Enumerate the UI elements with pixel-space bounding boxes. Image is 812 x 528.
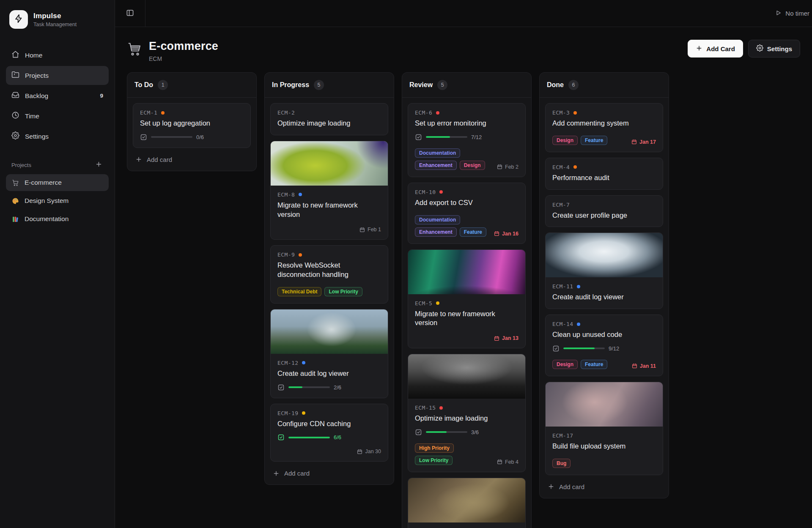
priority-dot xyxy=(577,285,580,288)
tag-low-priority: Low Priority xyxy=(415,456,453,465)
card-id: ECM-10 xyxy=(415,189,436,195)
card-id: ECM-12 xyxy=(277,360,298,366)
card-id: ECM-2 xyxy=(277,109,295,116)
card-ecm-8[interactable]: ECM-8Migrate to new framework versionFeb… xyxy=(270,141,388,240)
board: To Do1ECM-1Set up log aggregation0/6Add … xyxy=(115,72,812,528)
card-ecm-10[interactable]: ECM-10Add export to CSVDocumentationEnha… xyxy=(408,183,526,244)
card-ecm-1[interactable]: ECM-1Set up log aggregation0/6 xyxy=(133,103,251,148)
tag-design: Design xyxy=(552,136,578,145)
card-id: ECM-1 xyxy=(140,109,157,116)
column-title: To Do xyxy=(134,81,153,89)
clock-icon xyxy=(11,111,19,121)
backlog-count-badge: 9 xyxy=(100,93,103,99)
shopping-cart-icon xyxy=(11,179,19,186)
checklist-count: 0/6 xyxy=(196,134,204,140)
due-date: Jan 11 xyxy=(632,363,656,369)
due-date: Jan 17 xyxy=(631,139,656,145)
card-title: Migrate to new framework version xyxy=(415,309,518,328)
sidebar-item-backlog[interactable]: Backlog 9 xyxy=(6,86,109,105)
calendar-icon xyxy=(497,164,502,170)
card-id: ECM-14 xyxy=(552,321,573,327)
column-count-badge: 1 xyxy=(158,80,168,90)
sidebar-item-label: Home xyxy=(25,52,42,59)
card-ecm-14[interactable]: ECM-14Clean up unused code9/12DesignFeat… xyxy=(545,315,663,376)
add-card-button[interactable]: Add Card xyxy=(688,40,743,57)
sidebar-item-time[interactable]: Time xyxy=(6,107,109,126)
card-ecm-9[interactable]: ECM-9Resolve WebSocket disconnection han… xyxy=(270,245,388,304)
calendar-icon xyxy=(494,231,499,236)
card-id: ECM-17 xyxy=(552,432,573,439)
card-ecm-5[interactable]: ECM-5Migrate to new framework versionJan… xyxy=(408,249,526,349)
sidebar-item-label: Backlog xyxy=(25,92,48,100)
tag-low-priority: Low Priority xyxy=(324,287,362,296)
card-title: Create audit log viewer xyxy=(277,369,381,378)
topbar: No timer xyxy=(115,0,812,27)
card-ecm-17[interactable]: ECM-17Build file upload systemBug xyxy=(545,382,663,475)
sidebar-item-e-commerce[interactable]: E-commerce xyxy=(6,174,109,191)
add-card-button-in-progress[interactable]: Add card xyxy=(265,467,318,484)
checklist-count: 7/12 xyxy=(471,134,482,140)
checklist-icon xyxy=(277,384,285,391)
add-card-button-to-do[interactable]: Add card xyxy=(127,153,180,171)
sidebar-item-projects[interactable]: Projects xyxy=(6,66,109,85)
card-ecm-12[interactable]: ECM-12Create audit log viewer2/6 xyxy=(270,309,388,398)
panel-left-icon xyxy=(126,9,134,18)
calendar-icon xyxy=(497,459,502,465)
priority-dot xyxy=(577,323,580,326)
project-cart-icon xyxy=(127,41,142,58)
card-id: ECM-15 xyxy=(415,405,436,411)
timer-status[interactable]: No timer xyxy=(775,10,812,17)
card-ecm-15[interactable]: ECM-15Optimize image loading3/6High Prio… xyxy=(408,354,526,472)
card-id: ECM-8 xyxy=(277,192,295,198)
card-ecm-19[interactable]: ECM-19Configure CDN caching6/6Jan 30 xyxy=(270,404,388,462)
folder-icon xyxy=(11,71,19,80)
card-ecm-4[interactable]: ECM-4Performance audit xyxy=(545,158,663,190)
plus-icon xyxy=(95,161,102,169)
sidebar-item-settings[interactable]: Settings xyxy=(6,127,109,146)
card-ecm-20[interactable]: ECM-20Fix mobile touch events not regist… xyxy=(408,478,526,528)
card-title: Performance audit xyxy=(552,173,656,183)
card-cover-aurora-image xyxy=(408,250,525,294)
priority-dot xyxy=(302,361,305,364)
column-title: Review xyxy=(409,81,433,89)
priority-dot xyxy=(299,193,302,196)
sidebar-item-label: Time xyxy=(25,112,39,120)
card-cover-castle-image xyxy=(271,309,388,354)
calendar-icon xyxy=(359,227,365,233)
sidebar-item-home[interactable]: Home xyxy=(6,46,109,65)
card-title: Add export to CSV xyxy=(415,198,518,208)
checklist-progress: 2/6 xyxy=(277,384,381,391)
column-count-badge: 6 xyxy=(568,80,579,90)
card-id: ECM-4 xyxy=(552,164,570,170)
tag-feature: Feature xyxy=(460,227,486,237)
card-title: Optimize image loading xyxy=(415,414,518,423)
board-settings-button[interactable]: Settings xyxy=(748,40,800,57)
tag-bug: Bug xyxy=(552,459,571,468)
sidebar-toggle-button[interactable] xyxy=(123,6,137,21)
sidebar-item-label: Settings xyxy=(25,133,49,140)
card-ecm-2[interactable]: ECM-2Optimize image loading xyxy=(270,103,388,135)
card-ecm-7[interactable]: ECM-7Create user profile page xyxy=(545,195,663,227)
sidebar-item-design-system[interactable]: Design System xyxy=(6,192,109,209)
tag-documentation: Documentation xyxy=(415,215,460,224)
home-icon xyxy=(11,50,19,60)
checklist-icon xyxy=(552,345,560,352)
checklist-progress: 6/6 xyxy=(277,434,381,441)
card-ecm-6[interactable]: ECM-6Set up error monitoring7/12Document… xyxy=(408,103,526,177)
due-date: Feb 2 xyxy=(497,164,518,170)
tag-documentation: Documentation xyxy=(415,148,460,158)
sidebar-item-label: Documentation xyxy=(25,215,69,223)
checklist-progress: 0/6 xyxy=(140,134,244,141)
plus-icon xyxy=(135,156,142,163)
sidebar-item-documentation[interactable]: Documentation xyxy=(6,211,109,227)
checklist-icon xyxy=(415,134,422,141)
add-project-button[interactable] xyxy=(94,160,103,170)
priority-dot xyxy=(299,253,302,257)
card-ecm-3[interactable]: ECM-3Add commenting systemDesignFeatureJ… xyxy=(545,103,663,152)
card-ecm-11[interactable]: ECM-11Create audit log viewer xyxy=(545,233,663,309)
priority-dot xyxy=(161,111,165,115)
add-card-button-done[interactable]: Add card xyxy=(540,481,593,498)
card-title: Configure CDN caching xyxy=(277,419,381,429)
play-icon xyxy=(775,10,782,17)
card-title: Clean up unused code xyxy=(552,330,656,339)
